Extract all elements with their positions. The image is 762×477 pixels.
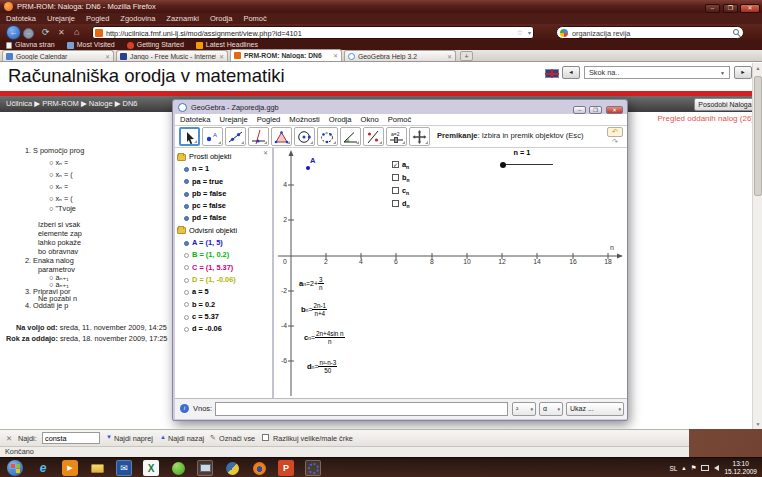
tool-polygon[interactable]: [271, 127, 292, 146]
visibility-marker[interactable]: [184, 204, 189, 209]
tool-line[interactable]: [225, 127, 246, 146]
object-pd[interactable]: pd = false: [175, 212, 272, 224]
maximize-button[interactable]: ❐: [723, 4, 738, 13]
scroll-up-icon[interactable]: ▲: [753, 63, 762, 73]
visibility-marker[interactable]: [184, 216, 189, 221]
find-input[interactable]: [42, 432, 100, 444]
tab-google-calendar[interactable]: Google Calendar✕: [2, 50, 114, 61]
findbar-close-icon[interactable]: ✕: [6, 434, 12, 443]
scroll-down-icon[interactable]: ▼: [753, 419, 762, 429]
visibility-marker[interactable]: [184, 241, 189, 246]
dependent-objects-header[interactable]: Odvisni objekti: [175, 225, 272, 237]
close-button[interactable]: ✕: [740, 4, 760, 13]
bookmark-getting-started[interactable]: Getting Started: [127, 40, 184, 50]
object-n[interactable]: n = 1: [175, 163, 272, 175]
tray-clock[interactable]: 13:1015.12.2009: [724, 460, 760, 477]
tool-perpendicular-line[interactable]: [248, 127, 269, 146]
input-help-icon[interactable]: i: [180, 404, 189, 413]
object-pc[interactable]: pc = false: [175, 200, 272, 212]
jump-prev-button[interactable]: ◄: [562, 66, 580, 79]
search-input[interactable]: organizacija revija: [572, 29, 630, 38]
greek-dropdown[interactable]: α: [539, 402, 563, 416]
gg-maximize-button[interactable]: ❐: [589, 106, 602, 114]
start-button[interactable]: [7, 460, 23, 476]
tray-chevron-icon[interactable]: ▴: [682, 464, 685, 472]
tab-jango[interactable]: Jango - Free Music - Internet Radio ...✕: [116, 50, 228, 61]
submissions-review-link[interactable]: Pregled oddanih nalog (26): [657, 114, 754, 123]
menu-pogled[interactable]: Pogled: [86, 13, 109, 24]
match-case-checkbox[interactable]: [262, 434, 269, 441]
find-next-button[interactable]: Najdi naprej: [114, 434, 153, 443]
bookmark-glavna-stran[interactable]: Glavna stran: [6, 40, 55, 50]
visibility-marker[interactable]: [184, 253, 189, 258]
jump-next-button[interactable]: ►: [734, 66, 752, 79]
url-dropdown-icon[interactable]: ▾: [528, 29, 531, 36]
algebra-close-icon[interactable]: ✕: [263, 149, 268, 156]
tray-network-icon[interactable]: [701, 465, 709, 472]
geogebra-command-input[interactable]: [215, 402, 508, 416]
gg-close-button[interactable]: ✕: [606, 106, 623, 114]
object-B[interactable]: B = (1, 0.2): [175, 249, 272, 261]
taskbar-icon-green-app[interactable]: [170, 460, 186, 476]
checkbox-cn[interactable]: [392, 187, 399, 194]
gg-menu-okno[interactable]: Okno: [361, 114, 379, 125]
update-assignment-button[interactable]: Posodobi Naloga: [694, 98, 756, 111]
bookmark-star-icon[interactable]: ☆: [517, 29, 523, 37]
bookmark-most-visited[interactable]: Most Visited: [67, 40, 115, 50]
graphics-view[interactable]: 0 2 4 6 8 10 12 14 16 18 4 2 -2 -4 -6 n …: [274, 148, 627, 398]
taskbar-icon-firefox[interactable]: [251, 460, 267, 476]
taskbar-icon-excel[interactable]: X: [143, 460, 159, 476]
tab-geogebra-help[interactable]: GeoGebra Help 3.2✕: [344, 50, 456, 61]
object-C[interactable]: C = (1, 5.37): [175, 262, 272, 274]
checkbox-an[interactable]: ✓: [392, 161, 399, 168]
object-b[interactable]: b = 0.2: [175, 299, 272, 311]
visibility-marker[interactable]: [184, 167, 189, 172]
tool-move[interactable]: [179, 127, 200, 146]
tab-prm-rom-active[interactable]: PRM-ROM: Naloga: DN6✕: [230, 49, 342, 61]
minimize-button[interactable]: –: [705, 4, 720, 13]
visibility-marker[interactable]: [184, 265, 189, 270]
stop-button[interactable]: ✕: [58, 28, 65, 37]
jump-to-select[interactable]: Skok na..: [584, 66, 730, 79]
tool-conic[interactable]: [317, 127, 338, 146]
tool-new-point[interactable]: A: [202, 127, 223, 146]
new-tab-button[interactable]: +: [460, 51, 473, 61]
gg-menu-moznosti[interactable]: Možnosti: [289, 114, 319, 125]
visibility-marker[interactable]: [184, 278, 189, 283]
point-A[interactable]: [306, 166, 310, 170]
undo-button[interactable]: ↶: [607, 127, 623, 137]
tool-slider[interactable]: a=2: [386, 127, 407, 146]
search-box[interactable]: organizacija revija: [556, 26, 744, 39]
command-dropdown[interactable]: Ukaz ...: [566, 402, 624, 416]
visibility-marker[interactable]: [184, 302, 189, 307]
home-button[interactable]: ⌂: [74, 27, 79, 37]
checkbox-dn[interactable]: [392, 200, 399, 207]
visibility-marker[interactable]: [184, 327, 189, 332]
tool-move-graphics-view[interactable]: [409, 127, 430, 146]
object-a[interactable]: a = 5: [175, 286, 272, 298]
tray-volume-icon[interactable]: [714, 465, 719, 472]
menu-zaznamki[interactable]: Zaznamki: [166, 13, 199, 24]
tray-language[interactable]: SL: [669, 465, 677, 472]
slider-n-handle[interactable]: [500, 162, 506, 168]
visibility-marker[interactable]: [184, 315, 189, 320]
geogebra-titlebar[interactable]: GeoGebra - Zaporedja.ggb – ❐ ✕: [174, 101, 626, 114]
highlight-all-button[interactable]: Označi vse: [219, 434, 255, 443]
taskbar-icon-explorer-folder[interactable]: [89, 460, 105, 476]
taskbar-icon-mail[interactable]: ✉: [116, 460, 132, 476]
checkbox-bn[interactable]: [392, 174, 399, 181]
redo-button[interactable]: ↷: [607, 138, 623, 147]
object-d[interactable]: d = -0.06: [175, 323, 272, 335]
taskbar-icon-media-player[interactable]: ▶: [62, 460, 78, 476]
slider-n-track[interactable]: [503, 164, 553, 165]
forward-button[interactable]: →: [23, 28, 34, 39]
reload-button[interactable]: ⟳: [42, 27, 50, 37]
back-button[interactable]: ←: [6, 25, 21, 40]
geogebra-window[interactable]: GeoGebra - Zaporedja.ggb – ❐ ✕ Datoteka …: [172, 99, 628, 421]
tab-close-icon[interactable]: ✕: [219, 53, 224, 60]
scrollbar-thumb[interactable]: [754, 76, 762, 196]
gg-menu-urejanje[interactable]: Urejanje: [219, 114, 247, 125]
object-D[interactable]: D = (1, -0.06): [175, 274, 272, 286]
tool-circle[interactable]: [294, 127, 315, 146]
taskbar-icon-powerpoint[interactable]: P: [278, 460, 294, 476]
